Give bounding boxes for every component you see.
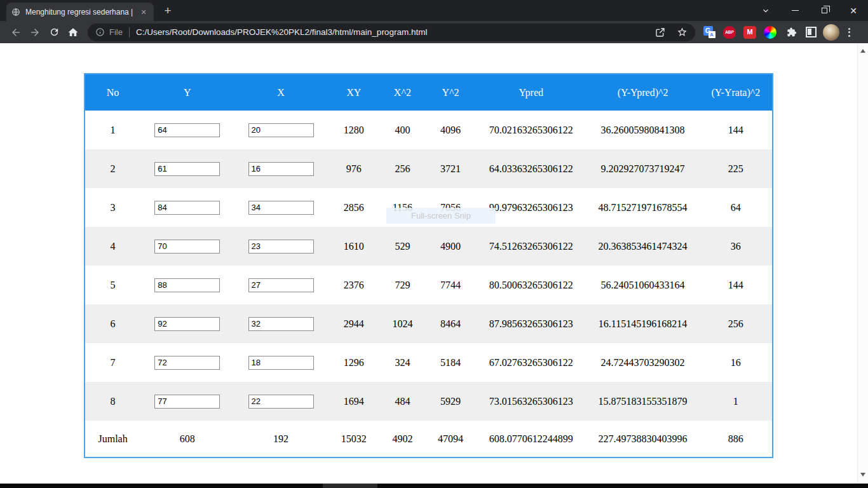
x-value-input[interactable] [248, 395, 314, 409]
x2-cell: 1156 [380, 188, 425, 227]
row-number-cell: 2 [85, 149, 140, 188]
page-scrollbar[interactable] [857, 43, 868, 484]
window-controls: ✕ [751, 0, 868, 21]
ypred-cell: 90.97963265306123 [476, 188, 586, 227]
y-ypred-sq-cell: 20.363853461474324 [586, 227, 699, 266]
table-row: 41610529490074.5126326530612220.36385346… [85, 227, 773, 266]
table-header: NoYXXYX^2Y^2Ypred(Y-Ypred)^2(Y-Yrata)^2 [85, 74, 773, 111]
ypred-cell: 80.50063265306122 [476, 266, 586, 304]
taskbar-edge [0, 484, 868, 488]
row-number-cell: 4 [85, 227, 140, 266]
y-value-input[interactable] [154, 317, 220, 331]
xy-cell: 1694 [328, 382, 380, 421]
input-cell [140, 111, 234, 149]
browser-window: Menghitung regresi sederhana | ✕ + ✕ [0, 0, 868, 488]
ypred-cell: 67.02763265306122 [476, 343, 586, 382]
y-value-input[interactable] [154, 123, 220, 137]
y-value-input[interactable] [154, 278, 220, 292]
y-ypred-sq-cell: 56.24051060433164 [586, 266, 699, 304]
translate-extension-icon[interactable]: G A [699, 24, 719, 41]
adblock-plus-extension-icon[interactable]: ABP [719, 24, 740, 41]
ypred-cell: 64.03363265306122 [476, 149, 586, 188]
extensions-puzzle-icon[interactable] [780, 24, 801, 41]
y-value-input[interactable] [154, 162, 220, 176]
y-ypred-sq-cell: 36.26005980841308 [586, 111, 699, 149]
column-header: XY [328, 74, 380, 111]
x-value-input[interactable] [248, 201, 314, 215]
x2-cell: 324 [380, 343, 425, 382]
share-icon[interactable] [655, 27, 665, 37]
total-x-cell: 192 [234, 421, 327, 458]
close-button[interactable]: ✕ [839, 0, 868, 21]
white-square-extension-icon[interactable] [801, 24, 821, 41]
color-wheel-extension-icon[interactable] [760, 24, 780, 41]
row-number-cell: 7 [85, 343, 140, 382]
bookmark-star-icon[interactable] [677, 27, 688, 37]
profile-avatar[interactable] [821, 24, 841, 41]
x2-cell: 400 [380, 111, 425, 149]
address-bar[interactable]: File C:/Users/Root/Downloads/PROJEK%20PK… [88, 24, 695, 41]
input-cell [234, 188, 327, 227]
home-icon[interactable] [64, 24, 83, 41]
restore-button[interactable] [810, 0, 839, 21]
x2-cell: 729 [380, 266, 425, 304]
browser-tab[interactable]: Menghitung regresi sederhana | ✕ [6, 3, 154, 21]
xy-cell: 2376 [328, 266, 380, 304]
y2-cell: 8464 [425, 304, 476, 343]
x-value-input[interactable] [248, 278, 314, 292]
y-value-input[interactable] [154, 201, 220, 215]
xy-cell: 2944 [328, 304, 380, 343]
info-icon[interactable] [95, 27, 105, 37]
input-cell [234, 343, 327, 382]
total-y2-cell: 47094 [425, 421, 476, 458]
x-value-input[interactable] [248, 123, 314, 137]
input-cell [140, 382, 234, 421]
page-content: NoYXXYX^2Y^2Ypred(Y-Ypred)^2(Y-Yrata)^2 … [0, 43, 868, 484]
x2-cell: 529 [380, 227, 425, 266]
minimize-button[interactable] [780, 0, 810, 21]
xy-cell: 976 [328, 149, 380, 188]
total-ypred-cell: 608.0770612244899 [476, 421, 586, 458]
input-cell [140, 227, 234, 266]
regression-table: NoYXXYX^2Y^2Ypred(Y-Ypred)^2(Y-Yrata)^2 … [84, 73, 773, 458]
row-number-cell: 6 [85, 304, 140, 343]
y-yrata-sq-cell: 64 [700, 188, 773, 227]
y-value-input[interactable] [154, 240, 220, 254]
url-text[interactable]: C:/Users/Root/Downloads/PROJEK%20PKL2/fi… [136, 27, 655, 37]
back-icon[interactable] [6, 24, 25, 41]
y-yrata-sq-cell: 256 [700, 304, 773, 343]
y2-cell: 5929 [425, 382, 476, 421]
ypred-cell: 73.01563265306123 [476, 382, 586, 421]
tab-search-chevron-icon[interactable] [751, 0, 780, 21]
table-row: 11280400409670.0216326530612236.26005980… [85, 111, 773, 149]
xy-cell: 1296 [328, 343, 380, 382]
total-label-cell: Jumlah [85, 421, 140, 458]
column-header: X^2 [380, 74, 425, 111]
address-divider [129, 27, 130, 37]
row-number-cell: 3 [85, 188, 140, 227]
scrollbar-up-arrow-icon[interactable] [860, 49, 865, 53]
browser-menu-icon[interactable] [841, 24, 857, 41]
input-cell [140, 266, 234, 304]
total-y-cell: 608 [140, 421, 234, 458]
table-row: 629441024846487.9856326530612316.1151451… [85, 304, 773, 343]
y-value-input[interactable] [154, 356, 220, 370]
table-row: 328561156705690.9796326530612348.7152719… [85, 188, 773, 227]
x-value-input[interactable] [248, 356, 314, 370]
tab-close-icon[interactable]: ✕ [139, 7, 149, 17]
input-cell [234, 227, 327, 266]
ypred-cell: 74.51263265306122 [476, 227, 586, 266]
y-value-input[interactable] [154, 395, 220, 409]
new-tab-button[interactable]: + [159, 3, 177, 20]
x-value-input[interactable] [248, 240, 314, 254]
x-value-input[interactable] [248, 317, 314, 331]
x-value-input[interactable] [248, 162, 314, 176]
y2-cell: 3721 [425, 149, 476, 188]
reload-icon[interactable] [44, 24, 64, 41]
red-m-extension-icon[interactable]: M [740, 24, 760, 41]
y2-cell: 4900 [425, 227, 476, 266]
scrollbar-down-arrow-icon[interactable] [860, 473, 865, 477]
input-cell [140, 343, 234, 382]
forward-icon[interactable] [25, 24, 44, 41]
input-cell [234, 304, 327, 343]
